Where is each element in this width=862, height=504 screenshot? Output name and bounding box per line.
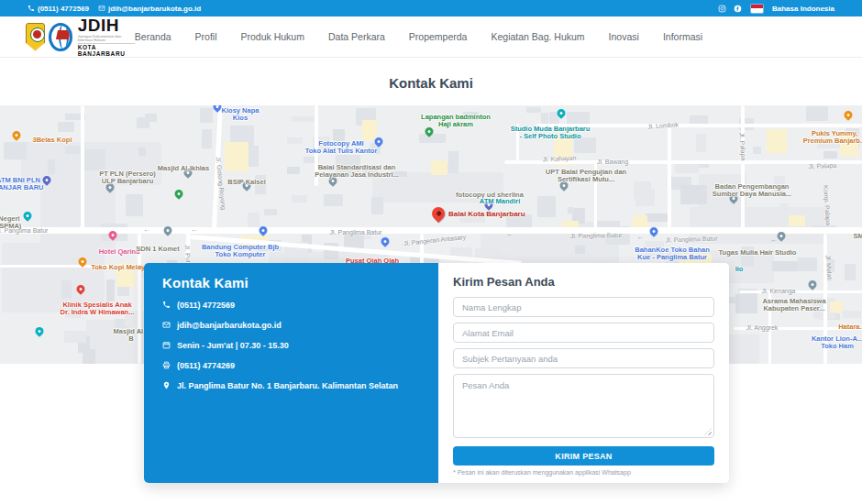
map-poi-label-line: - Self Photo Studio (511, 133, 591, 140)
map-building (61, 280, 72, 299)
map-poi-label[interactable]: Badan PengembanganSumber Daya Manusia... (713, 183, 791, 198)
map-building (324, 194, 343, 206)
subject-input[interactable] (453, 348, 714, 368)
balai-kota-marker-label[interactable]: Balai Kota Banjarbaru (448, 210, 525, 218)
map-poi-label[interactable]: Klinik Spesialis AnakDr. Indra W Himawan… (61, 301, 135, 316)
map-poi-label[interactable]: Asrama MahasiswaKabupaten Paser... (762, 298, 825, 312)
map-poi-label[interactable]: Kantor Lion-A...Toko Ham (812, 335, 862, 350)
map-poi-label[interactable]: lio (735, 266, 744, 273)
map-building (448, 151, 458, 173)
contact-card-title: Kontak Kami (162, 275, 420, 290)
map-poi-label[interactable]: Lapangan badmintonHaji akram (421, 114, 491, 128)
map-poi-label-line: SM (853, 233, 862, 240)
map-poi-label-line: SDN 1 Komet (136, 246, 180, 253)
map-pin-food[interactable] (13, 131, 21, 139)
nav-item-produk-hukum[interactable]: Produk Hukum (241, 31, 304, 42)
balai-kota-marker[interactable] (432, 207, 445, 220)
map-poi-label[interactable]: BahanKoe Toko BahanKue - Panglima Batur (635, 247, 710, 261)
nav-item-beranda[interactable]: Beranda (135, 31, 171, 42)
nav-item-profil[interactable]: Profil (195, 31, 217, 42)
email-input[interactable] (453, 323, 714, 343)
map-poi-label[interactable]: PT PLN (Persero)ULP Banjarbaru (99, 170, 156, 185)
map-poi-label[interactable]: Hatara... (838, 323, 862, 331)
map-pin-teal[interactable] (24, 212, 32, 220)
map-road (0, 227, 862, 234)
street-label: Jl. Palapa (808, 162, 836, 170)
map-poi-label[interactable]: Balai Standardisasi danPelayanan Jasa In… (315, 164, 399, 179)
map-poi-label-line: Toko Alat Tulis Kantor (305, 148, 378, 155)
map-commercial-area (633, 215, 647, 228)
map-poi-label-line: Sertifikasi Mutu... (546, 176, 626, 183)
map-pin-park[interactable] (175, 190, 183, 198)
nav-item-propemperda[interactable]: Propemperda (409, 31, 468, 42)
topbar: (0511) 4772569 jdih@banjarbarukota.go.id… (0, 0, 862, 16)
street-label: Jl. Lombok (647, 121, 679, 129)
logo-tagline: Jaringan Dokumentasi dan Informasi Hukum (78, 35, 135, 44)
map-poi-label[interactable]: 3Belas Kopi (33, 137, 72, 144)
map-pin-park[interactable] (425, 127, 434, 136)
map-road (81, 105, 84, 232)
road-direction-arrow: ← (506, 230, 514, 238)
map-poi-label[interactable]: Toko Kopi Melayu (91, 264, 149, 271)
phone-icon (162, 301, 171, 311)
map-pin-shop[interactable] (381, 237, 390, 246)
instagram-icon[interactable] (718, 5, 726, 13)
language-selector[interactable]: Bahasa Indonesia (772, 5, 834, 13)
map-poi-label-line: Dr. Indra W Himawan... (61, 309, 135, 316)
site-logo[interactable]: JDIH Jaringan Dokumentasi dan Informasi … (26, 16, 135, 57)
map-pin-hotel[interactable] (109, 231, 117, 239)
map-building (287, 167, 300, 174)
map-building (568, 207, 574, 214)
map-poi-label-line: Toko Komputer (202, 251, 279, 258)
map-pin-shop[interactable] (650, 227, 658, 236)
nav-item-informasi[interactable]: Informasi (663, 31, 702, 42)
map-building (58, 122, 75, 132)
map-poi-label[interactable]: Kiosy NapaKios (222, 107, 260, 122)
map-building (635, 189, 655, 207)
map-building (845, 264, 856, 281)
contact-item-text: (0511) 4772569 (177, 301, 235, 310)
map-pin-shop[interactable] (260, 226, 268, 235)
map-poi-label[interactable]: SDN 1 Komet (136, 246, 180, 253)
map-pin-teal[interactable] (558, 109, 566, 117)
map-poi-label[interactable]: Tugas Mulia Hair Studio (719, 249, 797, 257)
map-poi-label[interactable]: BSIP Kalsel (227, 179, 266, 186)
nav-item-kegiatan-bag-hukum[interactable]: Kegiatan Bag. Hukum (491, 31, 584, 42)
message-textarea[interactable] (453, 374, 714, 438)
map-poi-label[interactable]: Fotocopy AMIToko Alat Tulis Kantor (305, 140, 378, 155)
map-pin-atm[interactable] (43, 176, 51, 184)
map-poi-label[interactable]: UPT Balai Pengujian danSertifikasi Mutu.… (546, 169, 626, 183)
nav-item-inovasi[interactable]: Inovasi (609, 31, 639, 42)
map-pin-gray[interactable] (164, 226, 172, 235)
map-poi-label[interactable]: Masjid Al-Ikhlas (158, 165, 209, 172)
map-pin-food[interactable] (79, 257, 87, 266)
map-pin-health[interactable] (77, 285, 85, 293)
map-building (526, 107, 542, 113)
map-poi-label[interactable]: Bandung Computer BjbToko Komputer (202, 244, 279, 258)
facebook-icon[interactable] (734, 5, 742, 13)
map-pin-shop[interactable] (214, 105, 222, 111)
map-building (292, 195, 307, 203)
map-building (264, 209, 277, 215)
topbar-email[interactable]: jdih@banjarbarukota.go.id (98, 5, 201, 13)
city-emblem-logo (26, 23, 45, 51)
map-poi-label[interactable]: Pukis Yummy,Premium Banjarb... (803, 130, 862, 145)
map-poi-label[interactable]: SM (853, 233, 862, 240)
form-title: Kirim Pesan Anda (453, 275, 714, 289)
main-nav: BerandaProfilProduk HukumData PerkaraPro… (135, 31, 702, 42)
map-pin-gray[interactable] (778, 232, 786, 240)
map-poi-label[interactable]: Studio Muda Banjarbaru- Self Photo Studi… (511, 126, 591, 140)
map-poi-label[interactable]: Negeri(SPMA) (0, 215, 21, 230)
name-input[interactable] (453, 297, 714, 317)
map-poi-label[interactable]: ATM Mandiri (480, 198, 520, 205)
map-poi-label[interactable]: Hotel Qarina (99, 248, 140, 256)
kirim-pesan-button[interactable]: KIRIM PESAN (453, 446, 714, 466)
nav-item-data-perkara[interactable]: Data Perkara (328, 31, 385, 42)
map-pin-food[interactable] (845, 111, 853, 119)
contact-info-card: Kontak Kami (0511) 4772569jdih@banjarbar… (144, 263, 438, 483)
map-pin-gray[interactable] (809, 280, 817, 289)
map-commercial-area (431, 160, 448, 175)
map-poi-label[interactable]: ATM BNI PLNBANJAR BARU (0, 177, 44, 192)
map-building (4, 142, 28, 159)
map-pin-teal[interactable] (36, 327, 44, 335)
